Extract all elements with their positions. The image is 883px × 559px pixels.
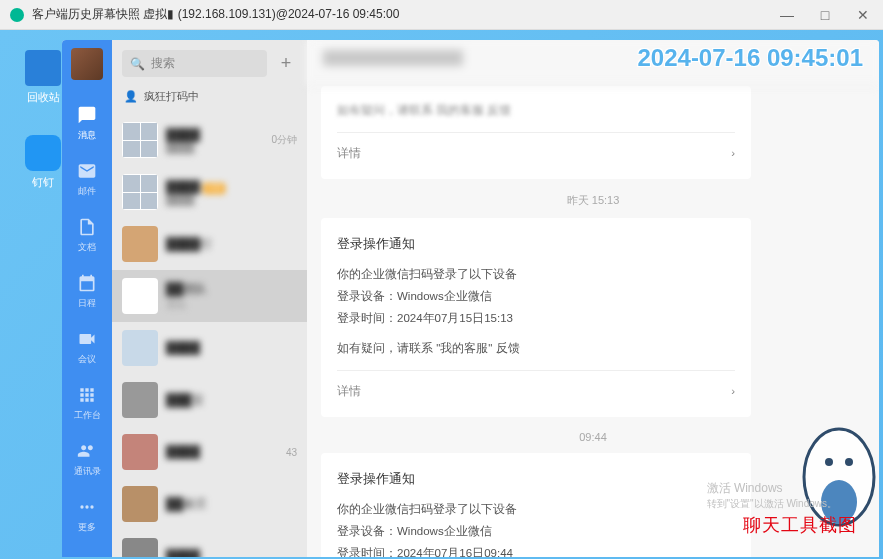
avatar [122,226,158,262]
desktop-background: 回收站 钉钉 2024-07-16 09:45:01 消息 邮件 文档 日程 [0,30,883,559]
conversation-list: ████ ████0分钟████ 外部████████行 ██团队 通知████… [112,114,307,557]
nav-workbench[interactable]: 工作台 [74,384,101,422]
conversation-item[interactable]: ███安 [112,374,307,426]
conversation-item[interactable]: ████ 43 [112,426,307,478]
details-link[interactable]: 详情› [337,132,735,165]
svg-point-1 [85,505,88,508]
dingtalk-icon[interactable]: 钉钉 [18,135,68,190]
screenshot-label: 聊天工具截图 [743,513,857,537]
conversation-item[interactable]: ████ [112,530,307,557]
conversation-item[interactable]: ████行 [112,218,307,270]
conversation-item[interactable]: ██团队 通知 [112,270,307,322]
close-button[interactable]: ✕ [853,7,873,23]
person-icon: 👤 [124,90,138,103]
window-title: 客户端历史屏幕快照 虚拟▮ (192.168.109.131)@2024-07-… [32,6,777,23]
details-link[interactable]: 详情› [337,370,735,403]
video-icon [76,328,98,350]
nav-mail[interactable]: 邮件 [76,160,98,198]
grid-icon [76,384,98,406]
nav-more[interactable]: 更多 [76,496,98,534]
avatar [122,382,158,418]
chat-panel: 如有疑问，请联系 我的客服 反馈 详情› 昨天 15:13 登录操作通知 你的企… [307,40,879,557]
svg-point-4 [825,458,833,466]
svg-point-0 [80,505,83,508]
maximize-button[interactable]: □ [815,7,835,23]
search-icon: 🔍 [130,57,145,71]
svg-point-2 [90,505,93,508]
conversation-item[interactable]: ████ ████0分钟 [112,114,307,166]
conversation-panel: 🔍 搜索 + 👤 疯狂打码中 ████ ████0分钟████ 外部██████… [112,40,307,557]
svg-point-5 [845,458,853,466]
notification-card-partial: 如有疑问，请联系 我的客服 反馈 详情› [321,86,751,179]
conversation-item[interactable]: ██家庄 [112,478,307,530]
notification-card: 登录操作通知 你的企业微信扫码登录了以下设备 登录设备：Windows企业微信 … [321,218,751,417]
chevron-right-icon: › [731,381,735,403]
nav-contacts[interactable]: 通讯录 [74,440,101,478]
window-titlebar: 客户端历史屏幕快照 虚拟▮ (192.168.109.131)@2024-07-… [0,0,883,30]
time-divider: 昨天 15:13 [321,193,865,208]
time-divider: 09:44 [321,431,865,443]
timestamp-overlay: 2024-07-16 09:45:01 [637,44,863,72]
mail-icon [76,160,98,182]
document-icon [76,216,98,238]
group-avatar [122,122,158,158]
nav-meeting[interactable]: 会议 [76,328,98,366]
more-icon [76,496,98,518]
avatar [122,330,158,366]
contacts-icon [76,440,98,462]
avatar [122,538,158,557]
add-button[interactable]: + [275,53,297,75]
status-row: 👤 疯狂打码中 [112,85,307,114]
minimize-button[interactable]: — [777,7,797,23]
windows-activation-watermark: 激活 Windows 转到"设置"以激活 Windows。 [707,480,837,511]
recycle-bin-icon[interactable]: 回收站 [18,50,68,105]
search-input[interactable]: 🔍 搜索 [122,50,267,77]
app-navbar: 消息 邮件 文档 日程 会议 工作台 [62,40,112,557]
app-icon [10,8,24,22]
nav-calendar[interactable]: 日程 [76,272,98,310]
avatar [122,434,158,470]
group-avatar [122,174,158,210]
avatar [122,278,158,314]
chat-app-window: 消息 邮件 文档 日程 会议 工作台 [62,40,879,557]
chevron-right-icon: › [731,143,735,165]
user-avatar[interactable] [71,48,103,80]
nav-docs[interactable]: 文档 [76,216,98,254]
conversation-item[interactable]: ████ [112,322,307,374]
avatar [122,486,158,522]
nav-messages[interactable]: 消息 [76,104,98,142]
notification-card: 登录操作通知 你的企业微信扫码登录了以下设备 登录设备：Windows企业微信 … [321,453,751,557]
conversation-item[interactable]: ████ 外部████ [112,166,307,218]
message-icon [76,104,98,126]
calendar-icon [76,272,98,294]
